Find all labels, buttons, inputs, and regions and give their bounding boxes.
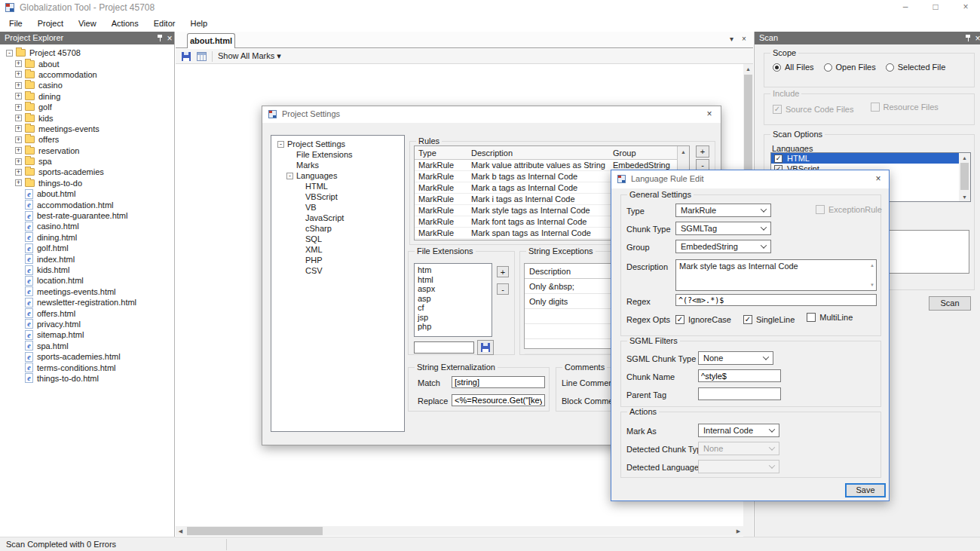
remove-extension-button[interactable]: - bbox=[497, 283, 509, 295]
settings-tree-item[interactable]: cSharp bbox=[271, 223, 404, 234]
settings-tree-item[interactable]: HTML bbox=[271, 181, 404, 191]
tree-expander-icon[interactable]: + bbox=[15, 179, 22, 186]
tree-item[interactable]: best-rate-guarantee.html bbox=[0, 210, 174, 221]
scroll-up-icon[interactable]: ▲ bbox=[678, 147, 689, 157]
scope-radio-option[interactable]: All Files bbox=[773, 63, 814, 72]
show-all-marks-dropdown[interactable]: Show All Marks ▾ bbox=[218, 51, 281, 61]
tree-expander-icon[interactable]: + bbox=[15, 93, 22, 99]
settings-tree-item[interactable]: SQL bbox=[271, 234, 404, 244]
regex-opt-checkbox[interactable]: ✓ IgnoreCase bbox=[675, 315, 731, 324]
tree-item[interactable]: + about bbox=[0, 58, 174, 69]
scroll-up-icon[interactable]: ▲ bbox=[870, 263, 874, 268]
parent-tag-input[interactable] bbox=[698, 387, 781, 400]
group-combo[interactable]: EmbededString bbox=[675, 240, 771, 253]
scroll-up-icon[interactable]: ▲ bbox=[959, 153, 970, 163]
save-extension-button[interactable] bbox=[477, 340, 494, 355]
menu-item[interactable]: File bbox=[2, 15, 30, 32]
tree-item[interactable]: terms-conditions.html bbox=[0, 362, 174, 372]
file-extensions-list[interactable]: htmhtmlaspxaspcfjspphp bbox=[414, 263, 492, 337]
radio-icon[interactable] bbox=[886, 63, 894, 72]
vertical-scroll-thumb[interactable] bbox=[744, 75, 752, 180]
settings-tree-item[interactable]: VB bbox=[271, 202, 404, 213]
file-extension-item[interactable]: htm bbox=[415, 265, 492, 275]
replace-input[interactable] bbox=[452, 394, 545, 406]
tree-expander-icon[interactable]: + bbox=[15, 82, 22, 89]
tree-item[interactable]: about.html bbox=[0, 188, 174, 199]
tree-item[interactable]: + kids bbox=[0, 112, 174, 123]
tab-list-dropdown-icon[interactable]: ▾ bbox=[730, 35, 733, 43]
menu-item[interactable]: View bbox=[71, 15, 104, 32]
menu-item[interactable]: Project bbox=[30, 15, 71, 32]
sgml-chunk-type-combo[interactable]: None bbox=[698, 351, 773, 365]
tree-expander-icon[interactable]: + bbox=[15, 169, 22, 176]
save-button[interactable]: Save bbox=[845, 483, 886, 497]
tree-expander-icon[interactable]: + bbox=[15, 60, 22, 67]
scroll-left-icon[interactable]: ◀ bbox=[176, 526, 185, 536]
settings-tree-item[interactable]: Marks bbox=[271, 160, 404, 170]
maximize-button-icon[interactable]: □ bbox=[924, 0, 947, 15]
tree-expander-icon[interactable]: - bbox=[6, 50, 13, 57]
file-extension-item[interactable]: aspx bbox=[415, 284, 492, 294]
tree-item[interactable]: index.html bbox=[0, 253, 174, 264]
scroll-up-icon[interactable]: ▲ bbox=[743, 64, 753, 74]
tree-item[interactable]: offers.html bbox=[0, 308, 174, 318]
file-extension-item[interactable]: jsp bbox=[415, 313, 492, 323]
scroll-down-icon[interactable]: ▼ bbox=[959, 192, 970, 202]
dialog-close-icon[interactable]: × bbox=[872, 173, 884, 184]
tree-item[interactable]: + golf bbox=[0, 102, 174, 112]
menu-item[interactable]: Editor bbox=[146, 15, 183, 32]
languages-scrollbar[interactable]: ▲ ▼ bbox=[959, 153, 970, 201]
tree-item[interactable]: kids.html bbox=[0, 265, 174, 275]
tree-expander-icon[interactable]: + bbox=[15, 125, 22, 132]
scope-radio-option[interactable]: Open Files bbox=[824, 63, 876, 72]
regex-opt-checkbox[interactable]: MultiLine bbox=[807, 313, 853, 322]
tab-close-icon[interactable]: × bbox=[742, 35, 746, 43]
tree-item[interactable]: + things-to-do bbox=[0, 178, 174, 188]
tree-expander-icon[interactable]: + bbox=[15, 104, 22, 111]
scroll-right-icon[interactable]: ▶ bbox=[733, 526, 743, 536]
tree-item[interactable]: + casino bbox=[0, 80, 174, 90]
scroll-thumb[interactable] bbox=[960, 163, 969, 190]
settings-tree-item[interactable]: - Languages bbox=[271, 170, 404, 181]
pin-icon[interactable] bbox=[155, 34, 164, 43]
description-textarea[interactable]: Mark style tags as Internal Code ▲ ▼ bbox=[675, 259, 877, 291]
grid-view-icon[interactable] bbox=[197, 52, 207, 61]
type-combo[interactable]: MarkRule bbox=[675, 204, 771, 217]
tree-item[interactable]: + sports-academies bbox=[0, 167, 174, 177]
close-panel-icon[interactable]: × bbox=[165, 34, 174, 43]
settings-tree-item[interactable]: XML bbox=[271, 244, 404, 255]
scroll-down-icon[interactable]: ▼ bbox=[870, 283, 874, 287]
file-extension-item[interactable]: php bbox=[415, 322, 492, 332]
settings-tree-item[interactable]: VBScript bbox=[271, 191, 404, 202]
tree-item[interactable]: things-to-do.html bbox=[0, 373, 174, 384]
horizontal-scroll-thumb[interactable] bbox=[187, 527, 323, 535]
settings-tree-item[interactable]: JavaScript bbox=[271, 213, 404, 223]
checkbox-icon[interactable] bbox=[807, 313, 816, 322]
close-panel-icon[interactable]: × bbox=[973, 34, 980, 43]
tree-item[interactable]: casino.html bbox=[0, 221, 174, 231]
tree-expander-icon[interactable]: + bbox=[15, 136, 22, 143]
tree-item[interactable]: + accommodation bbox=[0, 69, 174, 80]
checkbox-icon[interactable]: ✓ bbox=[774, 155, 782, 163]
tree-item[interactable]: dining.html bbox=[0, 232, 174, 243]
tree-item[interactable]: golf.html bbox=[0, 243, 174, 253]
tree-item[interactable]: privacy.html bbox=[0, 319, 174, 329]
tree-item[interactable]: sitemap.html bbox=[0, 329, 174, 340]
dialog-close-icon[interactable]: × bbox=[703, 109, 715, 119]
settings-tree-item[interactable]: - Project Settings bbox=[271, 139, 404, 149]
checkbox-icon[interactable]: ✓ bbox=[675, 315, 684, 324]
tree-item[interactable]: sports-academies.html bbox=[0, 351, 174, 362]
checkbox-icon[interactable]: ✓ bbox=[743, 315, 752, 324]
tree-item[interactable]: + meetings-events bbox=[0, 124, 174, 134]
tree-item[interactable]: meetings-events.html bbox=[0, 286, 174, 297]
tree-item[interactable]: location.html bbox=[0, 275, 174, 286]
editor-horizontal-scrollbar[interactable]: ◀ ▶ bbox=[176, 526, 743, 536]
tree-expander-icon[interactable]: + bbox=[15, 115, 22, 121]
file-extension-item[interactable]: html bbox=[415, 275, 492, 285]
scope-radio-option[interactable]: Selected File bbox=[886, 63, 946, 72]
tree-item[interactable]: newsletter-registration.html bbox=[0, 297, 174, 308]
tab-about-html[interactable]: about.html bbox=[187, 33, 235, 48]
add-rule-button[interactable]: + bbox=[696, 145, 709, 158]
regex-opt-checkbox[interactable]: ✓ SingleLine bbox=[743, 315, 795, 324]
tree-item[interactable]: + reservation bbox=[0, 145, 174, 156]
